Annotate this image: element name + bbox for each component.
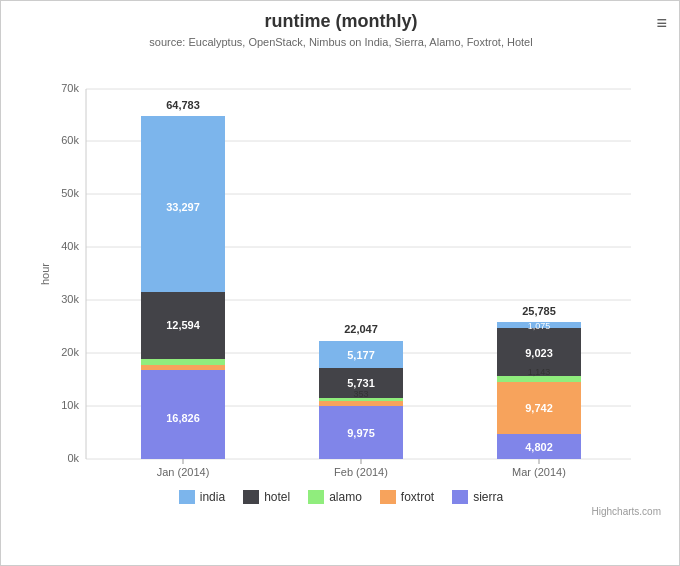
svg-text:30k: 30k (61, 293, 79, 305)
svg-text:22,047: 22,047 (344, 323, 378, 335)
svg-text:9,742: 9,742 (525, 402, 553, 414)
svg-text:64,783: 64,783 (166, 99, 200, 111)
svg-text:40k: 40k (61, 240, 79, 252)
svg-text:4,802: 4,802 (525, 441, 553, 453)
hotel-legend-label: hotel (264, 490, 290, 504)
svg-text:25,785: 25,785 (522, 305, 556, 317)
svg-text:Mar (2014): Mar (2014) (512, 466, 566, 478)
svg-text:33,297: 33,297 (166, 201, 200, 213)
chart-subtitle: source: Eucalyptus, OpenStack, Nimbus on… (11, 36, 671, 48)
foxtrot-legend-color (380, 490, 396, 504)
chart-svg: hour 0k 10k 20k 30k 40k 50k 60k 70k (31, 54, 651, 484)
svg-text:20k: 20k (61, 346, 79, 358)
alamo-legend-label: alamo (329, 490, 362, 504)
svg-text:50k: 50k (61, 187, 79, 199)
feb-foxtrot (319, 401, 403, 406)
foxtrot-legend-label: foxtrot (401, 490, 434, 504)
legend-item-hotel[interactable]: hotel (243, 490, 290, 504)
svg-text:60k: 60k (61, 134, 79, 146)
legend-item-sierra[interactable]: sierra (452, 490, 503, 504)
svg-text:9,023: 9,023 (525, 347, 553, 359)
svg-text:1,075: 1,075 (528, 321, 551, 331)
alamo-legend-color (308, 490, 324, 504)
svg-text:5,177: 5,177 (347, 349, 375, 361)
svg-text:1,143: 1,143 (528, 367, 551, 377)
chart-title: runtime (monthly) (11, 11, 671, 32)
svg-text:Feb (2014): Feb (2014) (334, 466, 388, 478)
svg-text:70k: 70k (61, 82, 79, 94)
svg-text:353: 353 (353, 389, 368, 399)
svg-text:12,594: 12,594 (166, 319, 201, 331)
legend-item-foxtrot[interactable]: foxtrot (380, 490, 434, 504)
hotel-legend-color (243, 490, 259, 504)
india-legend-color (179, 490, 195, 504)
sierra-legend-color (452, 490, 468, 504)
jan-alamo (141, 359, 225, 365)
y-axis-label: hour (39, 263, 51, 285)
svg-text:9,975: 9,975 (347, 427, 375, 439)
menu-icon[interactable]: ≡ (656, 13, 667, 34)
sierra-legend-label: sierra (473, 490, 503, 504)
chart-legend: indiahotelalamofoxtrotsierra (11, 490, 671, 504)
chart-area: hour 0k 10k 20k 30k 40k 50k 60k 70k (31, 54, 651, 484)
legend-item-india[interactable]: india (179, 490, 225, 504)
legend-item-alamo[interactable]: alamo (308, 490, 362, 504)
highcharts-credit: Highcharts.com (11, 506, 671, 517)
jan-foxtrot (141, 365, 225, 370)
svg-text:16,826: 16,826 (166, 412, 200, 424)
svg-text:Jan (2014): Jan (2014) (157, 466, 210, 478)
chart-container: runtime (monthly) source: Eucalyptus, Op… (1, 1, 680, 566)
svg-text:5,731: 5,731 (347, 377, 375, 389)
svg-text:0k: 0k (67, 452, 79, 464)
india-legend-label: india (200, 490, 225, 504)
svg-text:10k: 10k (61, 399, 79, 411)
